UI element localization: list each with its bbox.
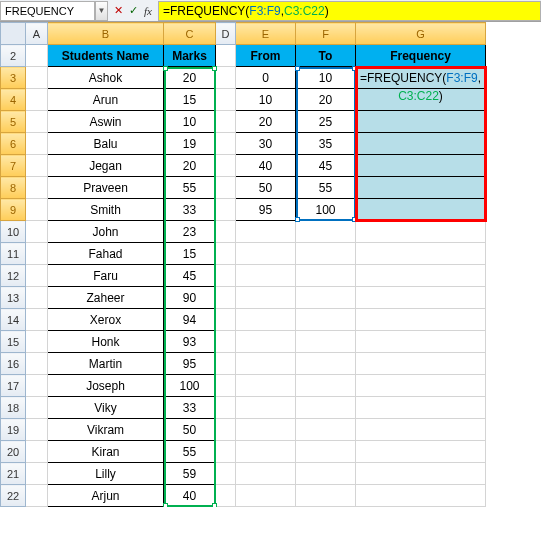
cell-G19[interactable] <box>356 419 486 441</box>
cell-E11[interactable] <box>236 243 296 265</box>
cell-F5[interactable]: 25 <box>296 111 356 133</box>
cell-A20[interactable] <box>26 441 48 463</box>
cell-D19[interactable] <box>216 419 236 441</box>
cell-E13[interactable] <box>236 287 296 309</box>
cell-D7[interactable] <box>216 155 236 177</box>
cell-E17[interactable] <box>236 375 296 397</box>
row-header-4[interactable]: 4 <box>1 89 26 111</box>
cell-G6[interactable] <box>356 133 486 155</box>
cell-G16[interactable] <box>356 353 486 375</box>
name-box-dropdown[interactable]: ▼ <box>95 1 108 21</box>
cell-G3[interactable]: =FREQUENCY(F3:F9,C3:C22) <box>356 67 486 89</box>
cell-D9[interactable] <box>216 199 236 221</box>
cell-C2[interactable]: Marks <box>164 45 216 67</box>
cell-B12[interactable]: Faru <box>48 265 164 287</box>
cell-E2[interactable]: From <box>236 45 296 67</box>
cell-E20[interactable] <box>236 441 296 463</box>
cell-E10[interactable] <box>236 221 296 243</box>
col-header-B[interactable]: B <box>48 23 164 45</box>
cell-E6[interactable]: 30 <box>236 133 296 155</box>
cell-D10[interactable] <box>216 221 236 243</box>
cell-D2[interactable] <box>216 45 236 67</box>
cell-B6[interactable]: Balu <box>48 133 164 155</box>
cell-F21[interactable] <box>296 463 356 485</box>
cell-F6[interactable]: 35 <box>296 133 356 155</box>
cell-C12[interactable]: 45 <box>164 265 216 287</box>
cell-C9[interactable]: 33 <box>164 199 216 221</box>
col-header-G[interactable]: G <box>356 23 486 45</box>
cell-C19[interactable]: 50 <box>164 419 216 441</box>
enter-icon[interactable]: ✓ <box>129 4 138 17</box>
cell-D4[interactable] <box>216 89 236 111</box>
row-header-3[interactable]: 3 <box>1 67 26 89</box>
row-header-2[interactable]: 2 <box>1 45 26 67</box>
fx-icon[interactable]: fx <box>144 5 152 17</box>
row-header-5[interactable]: 5 <box>1 111 26 133</box>
select-all-corner[interactable] <box>1 23 26 45</box>
cell-C6[interactable]: 19 <box>164 133 216 155</box>
cell-C14[interactable]: 94 <box>164 309 216 331</box>
col-header-A[interactable]: A <box>26 23 48 45</box>
col-header-C[interactable]: C <box>164 23 216 45</box>
cell-A21[interactable] <box>26 463 48 485</box>
cell-E8[interactable]: 50 <box>236 177 296 199</box>
cell-C10[interactable]: 23 <box>164 221 216 243</box>
cell-F12[interactable] <box>296 265 356 287</box>
cell-F11[interactable] <box>296 243 356 265</box>
cell-C13[interactable]: 90 <box>164 287 216 309</box>
cell-G14[interactable] <box>356 309 486 331</box>
cell-A22[interactable] <box>26 485 48 507</box>
cell-E9[interactable]: 95 <box>236 199 296 221</box>
cell-D12[interactable] <box>216 265 236 287</box>
cell-G5[interactable] <box>356 111 486 133</box>
cell-B16[interactable]: Martin <box>48 353 164 375</box>
cell-B21[interactable]: Lilly <box>48 463 164 485</box>
cell-D17[interactable] <box>216 375 236 397</box>
cell-C15[interactable]: 93 <box>164 331 216 353</box>
cell-B3[interactable]: Ashok <box>48 67 164 89</box>
col-header-E[interactable]: E <box>236 23 296 45</box>
cell-D16[interactable] <box>216 353 236 375</box>
cell-B14[interactable]: Xerox <box>48 309 164 331</box>
cell-F19[interactable] <box>296 419 356 441</box>
cell-A19[interactable] <box>26 419 48 441</box>
cell-B22[interactable]: Arjun <box>48 485 164 507</box>
cell-E16[interactable] <box>236 353 296 375</box>
cell-A5[interactable] <box>26 111 48 133</box>
cell-A18[interactable] <box>26 397 48 419</box>
cell-C20[interactable]: 55 <box>164 441 216 463</box>
row-header-13[interactable]: 13 <box>1 287 26 309</box>
cell-G15[interactable] <box>356 331 486 353</box>
cell-B15[interactable]: Honk <box>48 331 164 353</box>
cell-C7[interactable]: 20 <box>164 155 216 177</box>
cell-E12[interactable] <box>236 265 296 287</box>
cell-A2[interactable] <box>26 45 48 67</box>
cell-F3[interactable]: 10 <box>296 67 356 89</box>
cell-G11[interactable] <box>356 243 486 265</box>
cell-F16[interactable] <box>296 353 356 375</box>
cell-E14[interactable] <box>236 309 296 331</box>
cell-F2[interactable]: To <box>296 45 356 67</box>
cell-F22[interactable] <box>296 485 356 507</box>
cell-D14[interactable] <box>216 309 236 331</box>
formula-input[interactable]: =FREQUENCY(F3:F9,C3:C22) <box>158 1 541 21</box>
cell-B18[interactable]: Viky <box>48 397 164 419</box>
cell-F8[interactable]: 55 <box>296 177 356 199</box>
cell-F14[interactable] <box>296 309 356 331</box>
cell-B11[interactable]: Fahad <box>48 243 164 265</box>
cell-C8[interactable]: 55 <box>164 177 216 199</box>
row-header-15[interactable]: 15 <box>1 331 26 353</box>
cancel-icon[interactable]: ✕ <box>114 4 123 17</box>
cell-E5[interactable]: 20 <box>236 111 296 133</box>
cell-G7[interactable] <box>356 155 486 177</box>
cell-D13[interactable] <box>216 287 236 309</box>
cell-B20[interactable]: Kiran <box>48 441 164 463</box>
cell-B9[interactable]: Smith <box>48 199 164 221</box>
cell-A12[interactable] <box>26 265 48 287</box>
cell-C11[interactable]: 15 <box>164 243 216 265</box>
cell-G21[interactable] <box>356 463 486 485</box>
row-header-14[interactable]: 14 <box>1 309 26 331</box>
cell-A7[interactable] <box>26 155 48 177</box>
cell-E21[interactable] <box>236 463 296 485</box>
cell-D21[interactable] <box>216 463 236 485</box>
